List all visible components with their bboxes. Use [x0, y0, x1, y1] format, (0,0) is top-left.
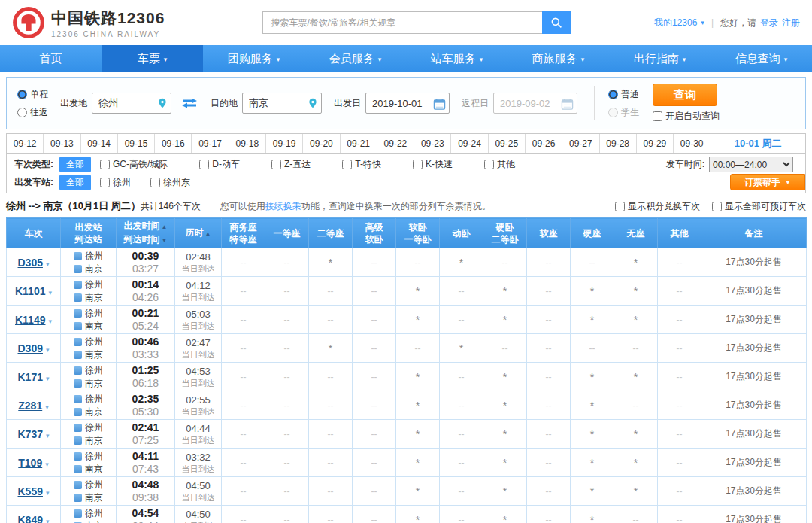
nav-item[interactable]: 站车服务 ▾ — [406, 45, 508, 72]
nav-item[interactable]: 车票 ▾ — [102, 45, 203, 72]
login-link[interactable]: 登录 — [760, 17, 778, 29]
date-tab[interactable]: 09-24 — [451, 134, 488, 153]
depart-time-select[interactable]: 00:00—24:00 — [709, 157, 793, 172]
nav-item[interactable]: 出行指南 ▾ — [609, 45, 710, 72]
chevron-down-icon[interactable]: ▾ — [46, 375, 50, 382]
location-pin-icon[interactable] — [308, 98, 318, 108]
date-tab[interactable]: 09-27 — [562, 134, 599, 153]
chevron-down-icon[interactable]: ▾ — [46, 518, 50, 523]
train-number-link[interactable]: D305 — [18, 257, 43, 269]
filter-checkbox[interactable]: Z-直达 — [271, 158, 311, 171]
sort-asc-icon[interactable]: ▲ — [162, 223, 168, 230]
train-number-link[interactable]: K171 — [18, 371, 43, 383]
sort-desc-icon[interactable]: ▼ — [162, 237, 168, 244]
seat-availability-cell: * — [614, 477, 658, 506]
filter-checkbox[interactable]: K-快速 — [413, 158, 453, 171]
round-trip-radio[interactable]: 往返 — [17, 106, 48, 119]
search-input[interactable] — [262, 11, 542, 34]
chevron-down-icon[interactable]: ▾ — [45, 403, 49, 411]
checkbox-input[interactable] — [100, 160, 110, 169]
filter-checkbox[interactable]: GC-高铁/城际 — [100, 158, 168, 171]
chevron-down-icon[interactable]: ▾ — [46, 489, 50, 497]
date-tab[interactable]: 09-30 — [674, 134, 710, 153]
search-button[interactable] — [542, 11, 571, 34]
nav-item[interactable]: 会员服务 ▾ — [304, 45, 406, 72]
date-tab[interactable]: 09-18 — [229, 134, 266, 153]
show-all-checkbox-input[interactable] — [712, 202, 722, 211]
date-tab[interactable]: 09-12 — [7, 134, 44, 153]
seat-availability-cell: -- — [658, 420, 701, 449]
calendar-icon[interactable] — [433, 98, 446, 111]
depart-station-all-tag[interactable]: 全部 — [59, 175, 91, 190]
date-tab[interactable]: 09-19 — [266, 134, 303, 153]
date-tab[interactable]: 09-15 — [118, 134, 155, 153]
date-tab[interactable]: 10-01 周二 — [710, 134, 805, 153]
date-tab[interactable]: 09-25 — [489, 134, 526, 153]
checkbox-input[interactable] — [150, 178, 160, 187]
chevron-down-icon[interactable]: ▾ — [46, 432, 50, 439]
railway-logo[interactable]: 中国铁路12306 12306 CHINA RAILWAY — [12, 6, 165, 39]
date-tab[interactable]: 09-21 — [341, 134, 377, 153]
show-points-checkbox[interactable]: 显示积分兑换车次 — [615, 200, 700, 213]
round-trip-radio-input[interactable] — [17, 108, 27, 117]
date-tab[interactable]: 09-16 — [155, 134, 192, 153]
date-tab[interactable]: 09-29 — [637, 134, 674, 153]
nav-item[interactable]: 团购服务 ▾ — [203, 45, 304, 72]
show-points-checkbox-input[interactable] — [615, 202, 625, 211]
date-tab[interactable]: 09-28 — [600, 134, 637, 153]
chevron-down-icon[interactable]: ▾ — [45, 461, 49, 468]
register-link[interactable]: 注册 — [782, 17, 800, 29]
checkbox-input[interactable] — [199, 160, 209, 169]
train-number-link[interactable]: D309 — [18, 342, 43, 354]
location-pin-icon[interactable] — [157, 98, 168, 108]
checkbox-input[interactable] — [484, 160, 494, 169]
nav-item[interactable]: 首页 — [0, 45, 102, 72]
checkbox-input[interactable] — [271, 160, 281, 169]
column-header[interactable]: 出发时间▲到达时间▼ — [117, 218, 175, 248]
show-all-checkbox[interactable]: 显示全部可预订车次 — [712, 200, 806, 213]
train-number-link[interactable]: T109 — [18, 457, 42, 469]
train-number-link[interactable]: K559 — [18, 485, 43, 497]
train-number-link[interactable]: K1149 — [15, 314, 45, 326]
normal-radio-input[interactable] — [608, 90, 618, 99]
date-tab[interactable]: 09-17 — [192, 134, 229, 153]
chevron-down-icon[interactable]: ▾ — [48, 289, 52, 296]
filter-checkbox[interactable]: T-特快 — [342, 158, 381, 171]
filter-checkbox[interactable]: 徐州 — [100, 176, 131, 189]
checkbox-input[interactable] — [100, 178, 110, 187]
sort-asc-icon[interactable]: ▲ — [205, 230, 211, 237]
one-way-radio-input[interactable] — [17, 90, 27, 99]
chevron-down-icon[interactable]: ▾ — [46, 346, 50, 354]
duration-cell: 02:55 当日到达 — [175, 391, 222, 420]
checkbox-input[interactable] — [342, 160, 352, 169]
checkbox-input[interactable] — [413, 160, 423, 169]
auto-query-checkbox[interactable]: 开启自动查询 — [653, 110, 720, 123]
my-12306-link[interactable]: 我的12306 — [654, 17, 697, 29]
date-tab[interactable]: 09-14 — [81, 134, 118, 153]
normal-passenger-radio[interactable]: 普通 — [608, 88, 639, 101]
date-tab[interactable]: 09-13 — [44, 134, 80, 153]
date-tab[interactable]: 09-23 — [414, 134, 451, 153]
nav-item[interactable]: 信息查询 ▾ — [710, 45, 812, 72]
chevron-down-icon[interactable]: ▾ — [46, 260, 50, 268]
date-tab[interactable]: 09-20 — [303, 134, 340, 153]
train-number-link[interactable]: K849 — [18, 514, 43, 523]
one-way-radio[interactable]: 单程 — [17, 88, 48, 101]
auto-query-checkbox-input[interactable] — [653, 111, 662, 121]
transfer-link[interactable]: 接续换乘 — [265, 201, 301, 211]
date-tab[interactable]: 09-22 — [377, 134, 414, 153]
chevron-down-icon[interactable]: ▾ — [48, 318, 52, 325]
query-button[interactable]: 查询 — [653, 84, 717, 106]
train-number-link[interactable]: K737 — [18, 428, 43, 440]
nav-item[interactable]: 商旅服务 ▾ — [508, 45, 609, 72]
train-number-link[interactable]: Z281 — [18, 400, 42, 412]
train-type-all-tag[interactable]: 全部 — [59, 157, 91, 172]
filter-checkbox[interactable]: 徐州东 — [150, 176, 190, 189]
filter-checkbox[interactable]: 其他 — [484, 158, 515, 171]
date-tab[interactable]: 09-26 — [526, 134, 562, 153]
booking-helper-button[interactable]: 订票帮手 ▼ — [730, 174, 805, 190]
filter-checkbox[interactable]: D-动车 — [199, 158, 240, 171]
column-header[interactable]: 历时▲ — [175, 218, 222, 248]
train-number-link[interactable]: K1101 — [15, 285, 45, 297]
swap-stations-button[interactable] — [180, 96, 198, 110]
